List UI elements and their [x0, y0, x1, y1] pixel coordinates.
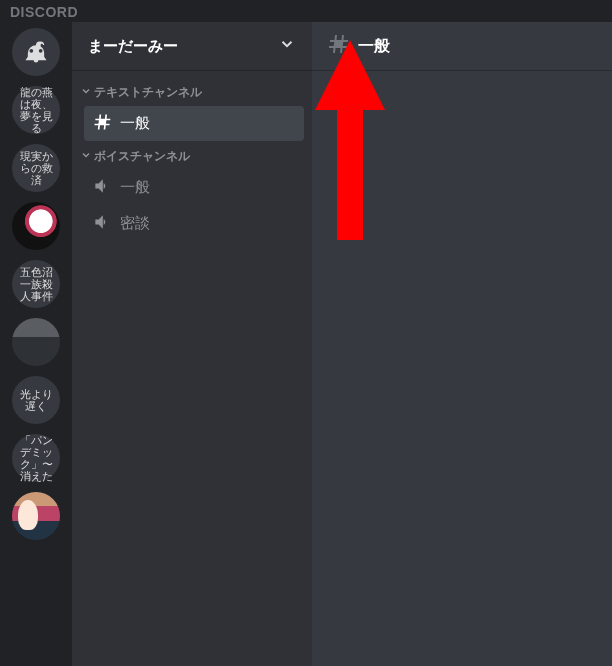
channel-category[interactable]: ボイスチャンネル [76, 142, 304, 169]
channel-category[interactable]: テキストチャンネル [76, 78, 304, 105]
voice-channel[interactable]: 密談 [84, 206, 304, 241]
server-rail: 龍の燕は夜、夢を見る現実からの救済五色沼一族殺人事件光より遅く「パンデミック」〜… [0, 22, 72, 666]
server-pill[interactable]: 現実からの救済 [12, 144, 60, 192]
voice-channel[interactable]: 一般 [84, 170, 304, 205]
home-button[interactable] [12, 28, 60, 76]
category-label: ボイスチャンネル [94, 148, 190, 165]
server-name: まーだーみー [88, 37, 178, 56]
chevron-down-icon [278, 35, 296, 57]
text-channel[interactable]: 一般 [84, 106, 304, 141]
server-pill[interactable]: 五色沼一族殺人事件 [12, 260, 60, 308]
hash-icon [92, 112, 112, 135]
brand-label: DISCORD [0, 0, 612, 22]
svg-point-1 [39, 49, 43, 53]
server-pill[interactable] [12, 202, 60, 250]
server-pill[interactable] [12, 492, 60, 540]
category-label: テキストチャンネル [94, 84, 202, 101]
speaker-icon [92, 212, 112, 235]
open-channel-name: 一般 [358, 36, 390, 57]
server-pill[interactable] [12, 318, 60, 366]
chevron-down-icon [80, 85, 92, 100]
server-pill[interactable]: 光より遅く [12, 376, 60, 424]
chat-pane: 一般 [312, 22, 612, 666]
channel-sidebar: まーだーみー テキストチャンネル一般ボイスチャンネル一般密談 [72, 22, 312, 666]
server-pill[interactable]: 「パンデミック」〜消えた [12, 434, 60, 482]
channel-header: 一般 [312, 22, 612, 70]
server-pill[interactable]: 龍の燕は夜、夢を見る [12, 86, 60, 134]
channel-name: 一般 [120, 178, 150, 197]
channel-name: 一般 [120, 114, 150, 133]
hash-icon [326, 32, 350, 60]
speaker-icon [92, 176, 112, 199]
server-header[interactable]: まーだーみー [72, 22, 312, 70]
chat-body [312, 70, 612, 666]
chevron-down-icon [80, 149, 92, 164]
channel-name: 密談 [120, 214, 150, 233]
channel-list: テキストチャンネル一般ボイスチャンネル一般密談 [72, 70, 312, 666]
svg-point-0 [29, 49, 33, 53]
